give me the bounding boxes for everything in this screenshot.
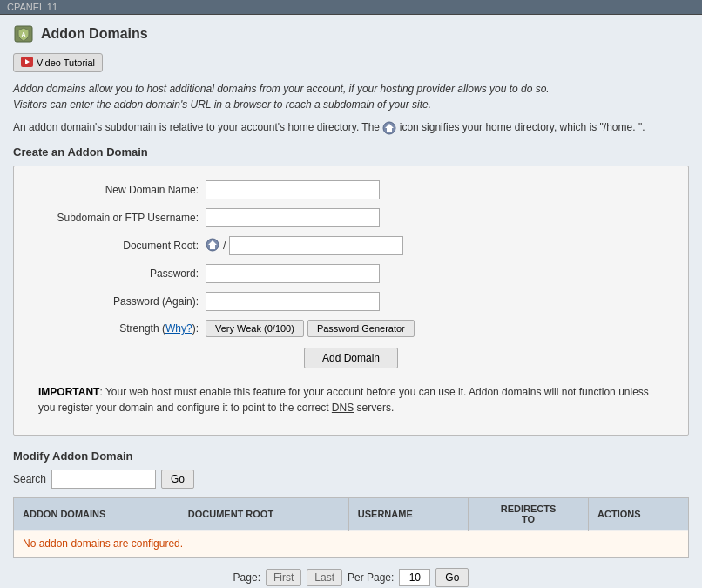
- doc-root-input[interactable]: [229, 236, 403, 255]
- subdomain-row: Subdomain or FTP Username:: [31, 208, 671, 227]
- video-icon: [21, 57, 33, 69]
- password-row: Password:: [31, 264, 671, 283]
- description: Addon domains allow you to host addition…: [13, 81, 689, 112]
- main-container: A Addon Domains Video Tutorial Addon dom…: [0, 15, 702, 588]
- doc-root-row: Document Root: /: [31, 236, 671, 255]
- search-input[interactable]: [51, 470, 156, 489]
- per-page-label: Per Page:: [348, 571, 394, 584]
- page-label: Page:: [233, 571, 260, 584]
- cpanel-bar: CPANEL 11: [0, 0, 702, 15]
- doc-root-label: Document Root:: [31, 240, 206, 252]
- new-domain-row: New Domain Name:: [31, 180, 671, 199]
- table-header-row: Addon Domains Document Root Username Red…: [14, 498, 688, 531]
- password-again-label: Password (Again):: [31, 295, 206, 308]
- col-addon-domains: Addon Domains: [14, 498, 179, 531]
- dns-text: DNS: [332, 402, 354, 414]
- search-row: Search Go: [13, 470, 689, 489]
- doc-root-slash: /: [223, 240, 226, 252]
- page-header: A Addon Domains: [13, 24, 689, 44]
- password-again-input[interactable]: [206, 292, 380, 311]
- pagination-row: Page: First Last Per Page: Go: [13, 568, 689, 587]
- create-form-box: New Domain Name: Subdomain or FTP Userna…: [13, 166, 689, 436]
- important-label: IMPORTANT: [38, 386, 99, 398]
- no-data-cell: No addon domains are configured.: [14, 531, 688, 558]
- password-label: Password:: [31, 267, 206, 280]
- page-title: Addon Domains: [41, 26, 148, 42]
- new-domain-label: New Domain Name:: [31, 184, 206, 196]
- description-note-end: ".: [638, 121, 645, 133]
- description-note-prefix: An addon domain's subdomain is relative …: [13, 121, 380, 133]
- password-input[interactable]: [206, 264, 380, 283]
- strength-label: Strength (Why?):: [31, 322, 206, 335]
- subdomain-input[interactable]: [206, 208, 380, 227]
- svg-text:A: A: [21, 31, 25, 37]
- addon-domains-icon: A: [13, 24, 34, 44]
- video-tutorial-button[interactable]: Video Tutorial: [13, 53, 103, 72]
- important-suffix: servers.: [357, 402, 395, 414]
- addon-domains-table-container: Addon Domains Document Root Username Red…: [13, 497, 689, 558]
- create-section-title: Create an Addon Domain: [13, 145, 689, 159]
- add-domain-row: Add Domain: [31, 348, 671, 368]
- col-redirects-to: RedirectsTo: [468, 498, 588, 531]
- col-username: Username: [348, 498, 468, 531]
- video-tutorial-label: Video Tutorial: [37, 57, 95, 68]
- password-again-row: Password (Again):: [31, 292, 671, 311]
- cpanel-bar-label: CPANEL 11: [7, 2, 57, 12]
- description-line1: Addon domains allow you to host addition…: [13, 83, 550, 95]
- why-link[interactable]: Why?: [165, 322, 192, 335]
- modify-section-title: Modify Addon Domain: [13, 449, 689, 463]
- description-line2: Visitors can enter the addon domain's UR…: [13, 98, 431, 111]
- last-page-button[interactable]: Last: [307, 569, 342, 586]
- first-page-button[interactable]: First: [266, 569, 301, 586]
- doc-root-input-group: /: [206, 236, 403, 255]
- description-note-suffix: icon signifies your home directory, whic…: [400, 121, 636, 133]
- search-go-button[interactable]: Go: [161, 470, 194, 489]
- col-actions: Actions: [589, 498, 688, 531]
- home-directory-icon: [382, 121, 396, 135]
- password-generator-button[interactable]: Password Generator: [307, 320, 415, 337]
- important-note: IMPORTANT: Your web host must enable thi…: [31, 379, 671, 421]
- search-label: Search: [13, 473, 46, 485]
- per-page-input[interactable]: [399, 569, 430, 586]
- subdomain-label: Subdomain or FTP Username:: [31, 212, 206, 224]
- strength-controls: Very Weak (0/100) Password Generator: [206, 320, 415, 337]
- col-document-root: Document Root: [179, 498, 348, 531]
- strength-row: Strength (Why?): Very Weak (0/100) Passw…: [31, 320, 671, 337]
- strength-value-btn: Very Weak (0/100): [206, 320, 304, 337]
- addon-domains-table: Addon Domains Document Root Username Red…: [14, 498, 688, 557]
- new-domain-input[interactable]: [206, 180, 380, 199]
- add-domain-button[interactable]: Add Domain: [304, 348, 398, 368]
- pagination-go-button[interactable]: Go: [435, 568, 469, 587]
- doc-root-home-icon: [206, 238, 219, 254]
- no-data-message: No addon domains are configured.: [23, 537, 183, 550]
- description-note: An addon domain's subdomain is relative …: [13, 119, 689, 135]
- table-row: No addon domains are configured.: [14, 531, 688, 558]
